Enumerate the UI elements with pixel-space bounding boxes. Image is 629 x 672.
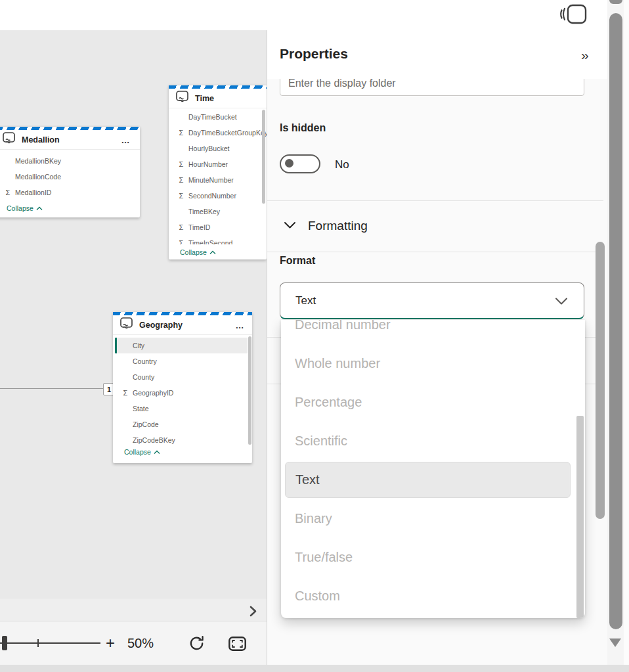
field-row[interactable]: ΣTimeInSecond: [169, 235, 267, 244]
top-bar: [0, 0, 629, 31]
scrollbar-top-fragment: [609, 0, 622, 4]
field-row[interactable]: County: [113, 369, 252, 385]
dropdown-option-custom: Custom: [281, 578, 585, 614]
collapse-pane-icon[interactable]: »: [581, 47, 589, 63]
zoom-slider-tick: [37, 639, 39, 647]
dropdown-option-decimal-number: Decimal number: [281, 320, 585, 342]
field-row[interactable]: ΣSecondNumber: [169, 188, 267, 204]
field-row[interactable]: Country: [113, 353, 252, 369]
zoom-slider-thumb[interactable]: [2, 636, 7, 650]
dropdown-scrollbar-thumb[interactable]: [576, 416, 584, 618]
field-row[interactable]: ΣGeographyID: [113, 385, 252, 401]
window-stack-icon[interactable]: [557, 1, 591, 28]
field-row[interactable]: ΣMinuteNumber: [169, 172, 267, 188]
table-header-time[interactable]: Time: [169, 89, 267, 108]
field-row[interactable]: DayTimeBucket: [169, 109, 267, 125]
field-row-selected[interactable]: City: [115, 338, 248, 353]
table-card-time[interactable]: Time DayTimeBucket ΣDayTimeBucketGroupKe…: [169, 85, 267, 259]
is-hidden-label: Is hidden: [280, 122, 326, 134]
sigma-icon: Σ: [120, 385, 131, 401]
chevron-down-icon: [284, 220, 296, 232]
zoom-in-button[interactable]: +: [101, 633, 119, 653]
field-row[interactable]: MedallionCode: [0, 169, 140, 185]
table-card-medallion[interactable]: Medallion … MedallionBKey MedallionCode …: [0, 127, 140, 217]
field-row[interactable]: HourlyBucket: [169, 141, 267, 156]
table-name: Medallion: [22, 135, 60, 145]
collapse-link[interactable]: Collapse: [124, 448, 160, 456]
field-row[interactable]: ΣTimeID: [169, 219, 267, 235]
format-select-value: Text: [295, 283, 316, 319]
toggle-knob: [285, 159, 293, 168]
field-row[interactable]: State: [113, 401, 252, 416]
format-label: Format: [280, 255, 315, 267]
format-select[interactable]: Text: [280, 282, 584, 319]
collapse-link[interactable]: Collapse: [7, 204, 43, 212]
is-hidden-value: No: [335, 158, 349, 171]
card-scrollbar-thumb[interactable]: [248, 336, 251, 445]
field-row[interactable]: TimeBKey: [169, 204, 267, 219]
sigma-icon: Σ: [176, 172, 186, 188]
sigma-icon: Σ: [176, 188, 186, 204]
canvas-hscroll-strip[interactable]: [0, 598, 267, 621]
refresh-icon[interactable]: [188, 635, 206, 655]
field-row[interactable]: ZipCodeBKey: [113, 432, 252, 444]
table-header-geography[interactable]: Geography …: [113, 315, 252, 335]
canvas-footer-bar: + 50%: [0, 621, 267, 665]
bottom-strip: [0, 665, 629, 672]
model-canvas[interactable]: 1 Medallion … MedallionBKey MedallionCod…: [0, 30, 267, 621]
chevron-down-icon: [555, 296, 568, 308]
format-dropdown-menu: Decimal number Whole number Percentage S…: [281, 320, 585, 618]
chevron-up-icon: [36, 204, 43, 212]
panel-header: Properties »: [267, 30, 607, 79]
table-icon: [3, 132, 16, 147]
field-row[interactable]: MedallionBKey: [0, 153, 140, 169]
collapse-link[interactable]: Collapse: [180, 248, 216, 256]
panel-title: Properties: [280, 46, 348, 62]
fit-to-screen-icon[interactable]: [228, 637, 246, 654]
table-name: Time: [195, 94, 214, 103]
panel-scrollbar-thumb[interactable]: [596, 242, 605, 519]
table-icon: [120, 317, 134, 332]
table-card-geography[interactable]: Geography … City Country County ΣGeograp…: [113, 312, 252, 463]
window-scrollbar-track[interactable]: [607, 0, 624, 665]
right-margin: [624, 0, 629, 665]
sigma-icon: Σ: [3, 185, 13, 200]
properties-panel: Properties » Is hidden No Formatting For…: [267, 30, 607, 665]
chevron-up-icon: [154, 448, 160, 456]
dropdown-option-percentage: Percentage: [281, 384, 585, 420]
dropdown-option-text-selected[interactable]: Text: [285, 462, 571, 498]
chevron-up-icon: [209, 248, 216, 256]
sigma-icon: Σ: [176, 125, 186, 141]
dropdown-option-true-false: True/false: [281, 539, 585, 575]
field-row[interactable]: ΣMedallionID: [0, 185, 140, 200]
formatting-section-label: Formatting: [308, 219, 368, 233]
table-more-button[interactable]: …: [236, 321, 246, 330]
scroll-down-icon[interactable]: [609, 638, 621, 647]
table-icon: [176, 91, 190, 106]
card-scrollbar-thumb[interactable]: [262, 110, 265, 204]
sigma-icon: Σ: [176, 235, 186, 244]
relationship-line[interactable]: [0, 388, 104, 389]
field-row[interactable]: ZipCode: [113, 416, 252, 432]
field-row[interactable]: ΣHourNumber: [169, 156, 267, 172]
sigma-icon: Σ: [176, 219, 186, 235]
dropdown-option-scientific: Scientific: [281, 423, 585, 459]
window-scrollbar-thumb[interactable]: [609, 13, 622, 629]
sigma-icon: Σ: [176, 156, 186, 172]
formatting-section-header[interactable]: Formatting: [284, 219, 368, 233]
table-header-medallion[interactable]: Medallion …: [0, 130, 140, 150]
scroll-right-icon[interactable]: [248, 606, 259, 617]
divider: [267, 252, 603, 252]
table-more-button[interactable]: …: [121, 135, 131, 145]
cardinality-label: 1: [107, 386, 111, 393]
dropdown-option-whole-number: Whole number: [281, 346, 585, 381]
is-hidden-toggle[interactable]: [280, 154, 320, 173]
field-row[interactable]: ΣDayTimeBucketGroupKey: [169, 125, 267, 141]
zoom-level-label: 50%: [127, 636, 154, 651]
divider: [267, 200, 603, 201]
table-name: Geography: [139, 321, 183, 330]
dropdown-option-binary: Binary: [281, 501, 585, 536]
zoom-slider-track[interactable]: [0, 642, 100, 644]
